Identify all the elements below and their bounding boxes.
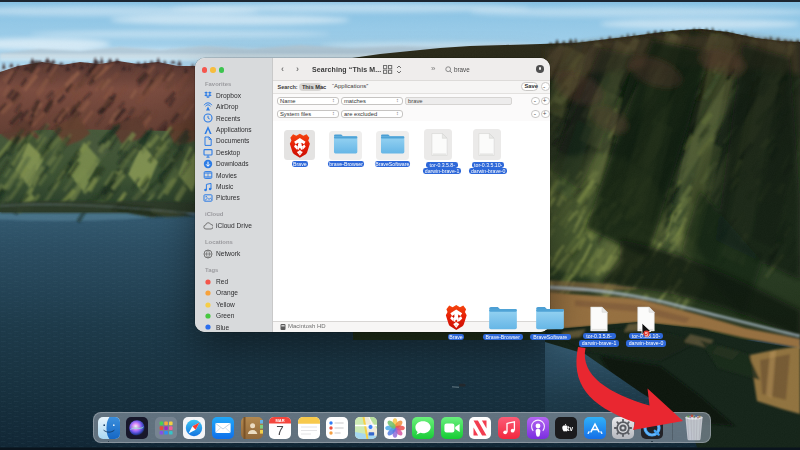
svg-text:7: 7: [276, 423, 284, 438]
